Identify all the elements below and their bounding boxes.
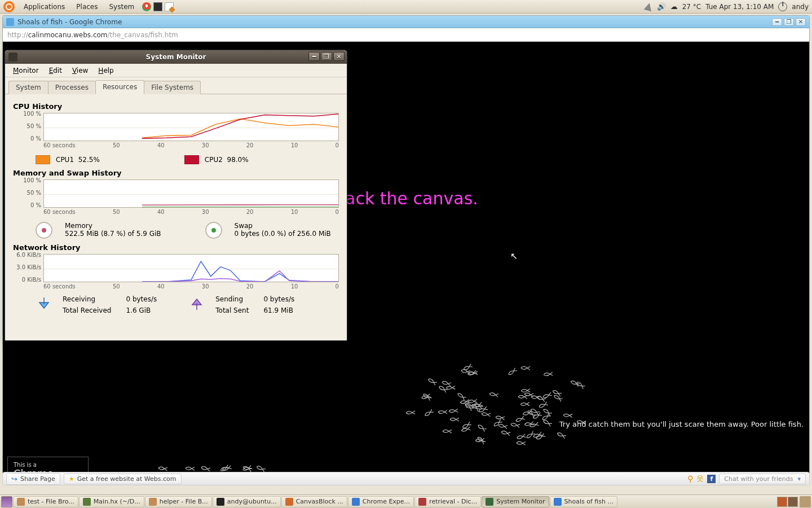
cpu-history-title: CPU History xyxy=(13,102,339,111)
cpu-chart: 100 % 50 % 0 % 60 seconds50403020100 xyxy=(13,113,339,148)
ubuntu-logo-icon[interactable] xyxy=(3,1,15,12)
gnome-bottom-panel: test - File Bro...Main.hx (~/D...helper … xyxy=(0,494,812,508)
user-menu[interactable]: andy xyxy=(792,3,809,11)
xtick: 0 xyxy=(336,283,339,290)
tab-filesystems[interactable]: File Systems xyxy=(144,81,201,94)
tab-system[interactable]: System xyxy=(8,81,48,94)
chrome-launcher-icon[interactable] xyxy=(142,2,151,11)
weather-temp: 27 °C xyxy=(682,3,701,11)
applications-menu[interactable]: Applications xyxy=(18,0,70,13)
taskbar-item-label: Main.hx (~/D... xyxy=(94,498,140,505)
chrome-title: Shoals of fish - Google Chrome xyxy=(17,18,122,26)
taskbar-item[interactable]: Main.hx (~/D... xyxy=(79,496,144,507)
facebook-icon[interactable]: f xyxy=(707,475,716,483)
fish-icon xyxy=(556,430,568,440)
cpu1-swatch-icon xyxy=(36,155,50,164)
chrome-experiment-badge[interactable]: This is a Chrome Experiment ★ xyxy=(7,457,89,474)
text-editor-launcher-icon[interactable] xyxy=(165,2,174,11)
mem-legend: Memory 522.5 MiB (8.7 %) of 5.9 GiB Swap… xyxy=(13,218,339,240)
xtick: 60 seconds xyxy=(43,209,76,215)
sysmon-app-icon xyxy=(8,52,17,62)
taskbar-item[interactable]: Shoals of fish ... xyxy=(550,496,617,507)
taskbar-item-icon xyxy=(17,498,25,506)
workspace-2[interactable] xyxy=(788,497,798,507)
taskbar-item-label: andy@ubuntu... xyxy=(227,498,277,505)
system-tray: 🔊 ☁ 27 °C Tue Apr 13, 1:10 AM andy xyxy=(645,2,812,11)
taskbar-item-icon xyxy=(554,498,562,506)
memory-pie-icon xyxy=(36,222,52,239)
ytick: 0 KiB/s xyxy=(13,277,41,283)
clock[interactable]: Tue Apr 13, 1:10 AM xyxy=(705,3,774,11)
taskbar-item[interactable]: retrieval - Dic... xyxy=(414,496,481,507)
fish-icon xyxy=(488,390,500,397)
xtick: 40 xyxy=(157,142,165,148)
system-menu[interactable]: System xyxy=(103,0,140,13)
xtick: 50 xyxy=(113,209,120,215)
tab-resources[interactable]: Resources xyxy=(95,80,144,94)
taskbar-item-label: Chrome Expe... xyxy=(363,498,410,505)
url-path: /the_canvas/fish.htm xyxy=(108,31,178,39)
taskbar-item[interactable]: test - File Bro... xyxy=(13,496,78,507)
upload-arrow-icon xyxy=(188,295,205,312)
taskbar-item[interactable]: helper - File B... xyxy=(145,496,212,507)
xtick: 40 xyxy=(157,283,165,290)
aim-icon[interactable]: 웃 xyxy=(696,474,704,484)
xtick: 60 seconds xyxy=(43,283,76,290)
mouse-cursor-icon: ↖ xyxy=(510,251,518,261)
ytick: 100 % xyxy=(13,111,41,117)
ytick: 100 % xyxy=(13,177,41,183)
taskbar-item-label: Shoals of fish ... xyxy=(564,498,614,505)
fish-icon xyxy=(506,366,517,376)
menu-edit[interactable]: Edit xyxy=(45,65,67,76)
taskbar-item-icon xyxy=(149,498,157,506)
volume-icon[interactable]: 🔊 xyxy=(657,2,666,11)
sysmon-minimize-button[interactable]: ━ xyxy=(308,52,320,61)
chrome-close-button[interactable]: ✕ xyxy=(796,18,806,26)
taskbar-item[interactable]: Chrome Expe... xyxy=(348,496,414,507)
xtick: 30 xyxy=(202,283,209,290)
get-free-website-button[interactable]: ★ Get a free website at Webs.com xyxy=(64,474,182,484)
xtick: 10 xyxy=(291,142,298,148)
fish-icon xyxy=(426,376,438,386)
weather-icon[interactable]: ☁ xyxy=(670,2,678,11)
places-menu[interactable]: Places xyxy=(70,0,103,13)
xticks: 60 seconds50403020100 xyxy=(43,141,339,148)
share-page-button[interactable]: ↪ Share Page xyxy=(6,473,60,485)
workspace-switcher[interactable] xyxy=(777,497,798,507)
menu-view[interactable]: View xyxy=(68,65,92,76)
yahoo-icon[interactable]: ⚲ xyxy=(687,474,693,483)
show-desktop-button[interactable] xyxy=(1,496,12,507)
taskbar-item[interactable]: System Monitor xyxy=(482,496,549,507)
taskbar-item[interactable]: CanvasBlock ... xyxy=(281,496,347,507)
chrome-titlebar[interactable]: Shoals of fish - Google Chrome ━ ❐ ✕ xyxy=(3,16,809,28)
trash-icon[interactable] xyxy=(800,496,811,507)
taskbar-item[interactable]: andy@ubuntu... xyxy=(213,496,281,507)
taskbar-item-label: CanvasBlock ... xyxy=(296,498,343,505)
tab-processes[interactable]: Processes xyxy=(48,81,96,94)
mem-chart: 100 % 50 % 0 % 60 seconds50403020100 xyxy=(13,179,339,215)
system-monitor-window: System Monitor ━ ❐ ✕ Monitor Edit View H… xyxy=(5,50,347,341)
workspace-1[interactable] xyxy=(777,497,787,507)
menu-monitor[interactable]: Monitor xyxy=(8,65,43,76)
fish-icon xyxy=(449,415,460,422)
sysmon-maximize-button[interactable]: ❐ xyxy=(321,52,332,61)
mem-history-title: Memory and Swap History xyxy=(13,169,339,177)
gnome-top-panel: Applications Places System 🔊 ☁ 27 °C Tue… xyxy=(0,0,812,14)
fish-icon xyxy=(405,409,416,415)
sysmon-titlebar[interactable]: System Monitor ━ ❐ ✕ xyxy=(5,50,347,64)
url-host: calinmocanu.webs.com xyxy=(28,31,108,39)
ytick: 0 % xyxy=(13,202,41,208)
sysmon-close-button[interactable]: ✕ xyxy=(333,52,345,61)
chat-friends-button[interactable]: Chat with your friends ▾ xyxy=(719,474,806,484)
power-icon[interactable] xyxy=(778,2,787,11)
xtick: 30 xyxy=(202,209,209,215)
terminal-launcher-icon[interactable] xyxy=(153,2,162,11)
chrome-maximize-button[interactable]: ❐ xyxy=(784,18,794,26)
xtick: 0 xyxy=(336,142,339,148)
chrome-address-bar[interactable]: http://calinmocanu.webs.com/the_canvas/f… xyxy=(3,28,809,42)
send-total: 61.9 MiB xyxy=(263,306,294,314)
menu-help[interactable]: Help xyxy=(94,65,118,76)
ytick: 3.0 KiB/s xyxy=(13,264,41,270)
chrome-minimize-button[interactable]: ━ xyxy=(772,18,782,26)
notification-icon[interactable] xyxy=(643,2,653,11)
